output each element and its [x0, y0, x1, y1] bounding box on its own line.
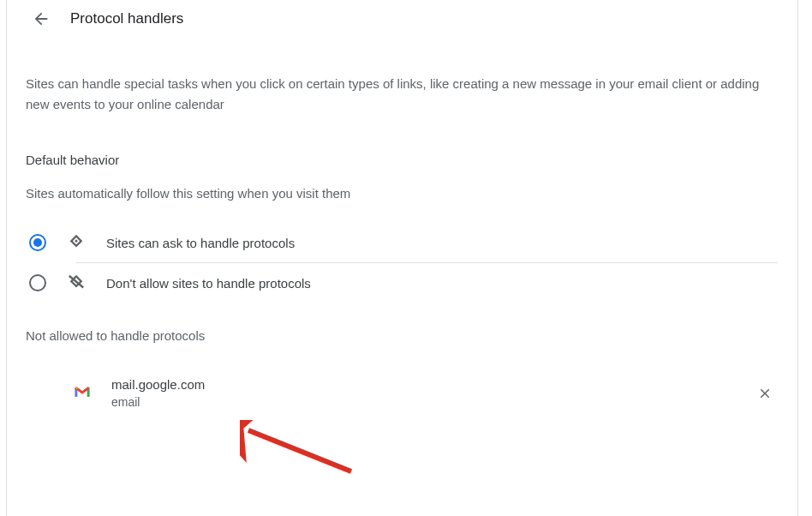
- protocol-allow-icon: [67, 233, 86, 252]
- default-behavior-title: Default behavior: [26, 153, 786, 167]
- blocked-section-title: Not allowed to handle protocols: [26, 328, 786, 343]
- page-description: Sites can handle special tasks when you …: [26, 74, 786, 115]
- annotation-arrow: [240, 420, 368, 480]
- remove-site-button[interactable]: [752, 381, 778, 406]
- svg-rect-0: [75, 239, 78, 243]
- radio-label: Sites can ask to handle protocols: [106, 236, 295, 250]
- blocked-site-row[interactable]: mail.google.com email: [26, 377, 786, 409]
- default-behavior-subtitle: Sites automatically follow this setting …: [26, 186, 786, 201]
- radio-option-block[interactable]: Don't allow sites to handle protocols: [26, 263, 786, 303]
- radio-option-allow[interactable]: Sites can ask to handle protocols: [26, 223, 786, 262]
- site-info: mail.google.com email: [111, 377, 731, 409]
- svg-line-2: [248, 430, 351, 471]
- arrow-back-icon: [32, 9, 51, 28]
- site-domain: mail.google.com: [111, 377, 731, 392]
- protocol-block-icon: [67, 273, 86, 292]
- radio-button[interactable]: [29, 234, 46, 251]
- radio-group: Sites can ask to handle protocols Don't …: [26, 223, 786, 303]
- page-header: Protocol handlers: [26, 7, 786, 31]
- gmail-icon: [74, 385, 91, 402]
- back-button[interactable]: [29, 7, 53, 31]
- radio-label: Don't allow sites to handle protocols: [106, 276, 311, 291]
- radio-button[interactable]: [29, 274, 46, 291]
- close-icon: [757, 386, 773, 401]
- site-protocol-type: email: [111, 395, 731, 409]
- page-title: Protocol handlers: [70, 10, 183, 27]
